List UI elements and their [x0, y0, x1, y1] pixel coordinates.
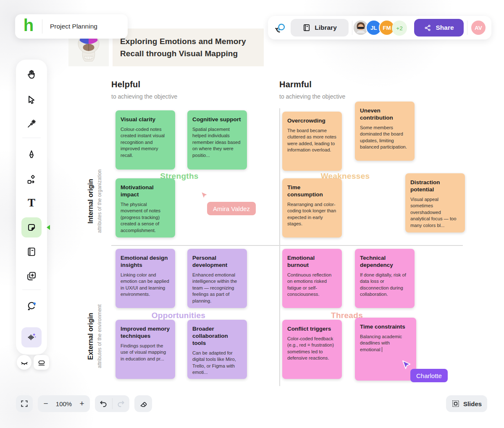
overflow-count: +2: [396, 25, 402, 31]
shapes-connector-icon: [26, 174, 37, 185]
comment-tool[interactable]: [21, 296, 42, 316]
column-header-harmful[interactable]: Harmful to achieving the objective: [279, 80, 345, 100]
comment-icon: [26, 301, 37, 312]
row-title: Internal origin: [87, 157, 94, 245]
frame-header[interactable]: Exploring Emotions and Memory Recall thr…: [113, 29, 264, 66]
note-body: Linking color and emotion can be applied…: [121, 272, 170, 298]
note-title: Motivational impact: [121, 184, 170, 198]
board-title[interactable]: Project Planning: [42, 23, 97, 30]
note-body: Enhanced emotional intelligence within t…: [192, 272, 242, 304]
minimize-toolbar-button[interactable]: [34, 355, 49, 370]
redo-button[interactable]: [113, 395, 129, 412]
note-title: Distraction potential: [410, 179, 460, 193]
tool-palette: T: [16, 60, 47, 355]
zoom-in-button[interactable]: +: [74, 395, 89, 412]
text-tool[interactable]: T: [21, 193, 42, 213]
book-icon: [302, 23, 311, 32]
zoom-level[interactable]: 100%: [53, 400, 74, 407]
undo-icon: [99, 399, 108, 408]
note-visual-clarity[interactable]: Visual clarity Colour-coded notes create…: [116, 110, 175, 170]
add-frame-tool[interactable]: [21, 266, 42, 286]
note-personal-development[interactable]: Personal development Enhanced emotional …: [187, 249, 247, 308]
note-body: Visual appeal sometimes overshadowed ana…: [410, 196, 460, 229]
select-tool[interactable]: [21, 90, 42, 110]
note-title: Personal development: [192, 254, 242, 269]
comments-icon[interactable]: [274, 22, 286, 34]
library-label: Library: [315, 24, 337, 31]
history-control: [95, 395, 129, 412]
note-time-consumption[interactable]: Time consumption Rearranging and color-c…: [282, 178, 342, 237]
zoom-control: − 100% +: [38, 395, 90, 412]
divider: [467, 21, 467, 35]
note-time-constraints[interactable]: Time constraints Balancing academic dead…: [355, 318, 416, 381]
topbar: Library JL FM +2 Share: [268, 16, 491, 39]
slides-label: Slides: [463, 400, 482, 407]
avatar-initials: FM: [383, 25, 391, 31]
cursor-icon: [26, 94, 37, 105]
avatar-initials: AV: [475, 25, 482, 31]
note-emotional-design-insights[interactable]: Emotional design insights Linking color …: [116, 249, 175, 308]
cursor-charlotte: [402, 360, 412, 370]
document-icon: [26, 246, 37, 257]
row-header-external-origin[interactable]: External origin attributes of the enviro…: [87, 288, 102, 385]
note-technical-dependency[interactable]: Technical dependency If done digitally, …: [355, 249, 415, 308]
note-body: Findings support the use of visual mappi…: [121, 343, 170, 362]
undo-button[interactable]: [95, 395, 112, 412]
note-title: Technical dependency: [360, 254, 410, 269]
note-body: Spatial placement helped individuals rem…: [192, 126, 242, 159]
share-button[interactable]: Share: [414, 19, 464, 37]
zoom-out-button[interactable]: −: [38, 395, 53, 412]
note-broader-collaboration-tools[interactable]: Broader collaboration tools Can be adapt…: [187, 320, 247, 379]
note-improved-memory-techniques[interactable]: Improved memory techniques Findings supp…: [116, 320, 175, 379]
ai-audio-tool[interactable]: [21, 327, 42, 347]
note-body: Can be adapted for digital tools like Mi…: [192, 350, 242, 376]
whiteboard-app: h Project Planning Exploring Emotions an…: [0, 0, 504, 428]
column-header-helpful[interactable]: Helpful to achieving the objective: [111, 80, 177, 100]
ai-audio-icon: [26, 332, 37, 343]
eye-closed-icon: [20, 358, 29, 367]
note-title: Improved memory techniques: [121, 325, 170, 339]
note-emotional-burnout[interactable]: Emotional burnout Continuous reflection …: [282, 249, 342, 308]
eraser-button[interactable]: [134, 395, 152, 412]
fullscreen-button[interactable]: [16, 395, 33, 412]
current-user-avatar[interactable]: AV: [470, 20, 486, 36]
cursor-name-label: Charlotte: [410, 369, 448, 382]
note-conflict-triggers[interactable]: Conflict triggers Color-coded feedback (…: [282, 320, 342, 379]
shapes-connector-tool[interactable]: [21, 170, 42, 190]
hide-collaborator-cursors-button[interactable]: [17, 355, 32, 370]
row-subtitle: attributes of the environment: [97, 288, 102, 385]
cursor-amira-valdez: [200, 191, 209, 200]
quadrant-label-opportunities[interactable]: Opportunities: [152, 311, 205, 320]
pan-tool[interactable]: [21, 65, 42, 85]
note-cognitive-support[interactable]: Cognitive support Spatial placement help…: [187, 110, 247, 170]
sticky-note-tool[interactable]: [21, 217, 42, 237]
note-motivational-impact[interactable]: Motivational impact The physical movemen…: [116, 178, 175, 237]
note-distraction-potential[interactable]: Distraction potential Visual appeal some…: [405, 173, 465, 232]
frame-title: Exploring Emotions and Memory Recall thr…: [113, 35, 259, 60]
note-body: If done digitally, risk of data loss or …: [360, 272, 410, 298]
library-button[interactable]: Library: [291, 19, 349, 37]
slides-button[interactable]: Slides: [446, 395, 487, 412]
note-overcrowding[interactable]: Overcrowding The board became cluttered …: [282, 112, 342, 171]
dock-icon: [37, 358, 46, 367]
text-tool-icon: T: [28, 197, 35, 209]
tool-flyout-arrow: [47, 225, 50, 230]
note-title: Time constraints: [360, 323, 411, 330]
cursor-name-label: Amira Valdez: [207, 202, 256, 215]
share-icon: [424, 24, 432, 32]
column-subtitle: to achieving the objective: [111, 93, 177, 100]
note-body: Color-coded feedback (e.g., red = frustr…: [287, 336, 337, 362]
note-body: Balancing academic deadlines with emotio…: [360, 334, 411, 353]
divider: [22, 138, 41, 138]
marker-tool[interactable]: [21, 144, 42, 164]
collaborators-overflow-badge[interactable]: +2: [392, 21, 407, 36]
divider: [22, 290, 41, 290]
row-header-internal-origin[interactable]: Internal origin attributes of the organi…: [87, 157, 102, 245]
note-title: Cognitive support: [192, 116, 242, 123]
magic-wand-tool[interactable]: [21, 114, 42, 134]
note-title: Emotional burnout: [287, 254, 337, 269]
note-uneven-contribution[interactable]: Uneven contribution Some members dominat…: [355, 102, 415, 161]
app-logo[interactable]: h: [15, 17, 42, 36]
divider: [352, 21, 352, 35]
document-tool[interactable]: [21, 242, 42, 262]
